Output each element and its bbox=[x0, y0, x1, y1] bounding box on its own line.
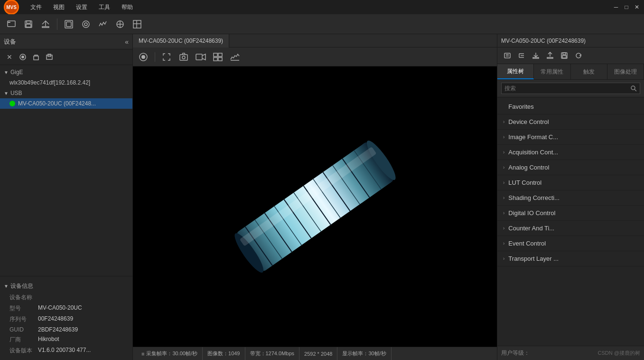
right-header-title: MV-CA050-20UC (00F24248639) bbox=[501, 38, 586, 44]
toolbar-btn7[interactable] bbox=[112, 17, 128, 32]
tab-property-tree[interactable]: 属性树 bbox=[497, 64, 534, 79]
prop-event-label: Event Control bbox=[508, 240, 546, 247]
svg-rect-59 bbox=[562, 56, 566, 58]
status-bandwidth-text: 带宽：1274.0Mbps bbox=[250, 350, 295, 357]
image-format-chevron: › bbox=[503, 134, 504, 140]
menu-help[interactable]: 帮助 bbox=[120, 2, 135, 12]
gige-arrow: ▼ bbox=[4, 70, 9, 75]
svg-rect-3 bbox=[8, 21, 15, 27]
info-label-guid: GUID bbox=[9, 326, 38, 333]
prop-digital-io[interactable]: › Digital IO Control bbox=[497, 206, 644, 221]
prop-lut-control[interactable]: › LUT Control bbox=[497, 175, 644, 190]
toolbar-btn5[interactable] bbox=[78, 17, 93, 32]
status-fps-text: 采集帧率：30.00帧/秒 bbox=[146, 350, 197, 357]
dev-collapse-btn[interactable] bbox=[30, 51, 42, 63]
image-tab[interactable]: MV-CA050-20UC (00F24248639) bbox=[133, 34, 229, 47]
tab-image-processing[interactable]: 图像处理 bbox=[607, 64, 644, 79]
minimize-button[interactable]: ─ bbox=[613, 4, 619, 10]
prop-event-control[interactable]: › Event Control bbox=[497, 236, 644, 251]
prop-shading-correction[interactable]: › Shading Correcti... bbox=[497, 190, 644, 206]
toolbar-export[interactable] bbox=[38, 17, 53, 32]
info-label-serial: 序列号 bbox=[9, 315, 38, 323]
menu-bar: 文件 视图 设置 工具 帮助 bbox=[28, 2, 135, 12]
image-canvas[interactable] bbox=[133, 66, 497, 347]
usb-group[interactable]: ▼ USB bbox=[0, 88, 132, 98]
prop-analog-control[interactable]: › Analog Control bbox=[497, 160, 644, 175]
info-row-serial: 序列号 00F24248639 bbox=[0, 314, 132, 325]
prop-device-control[interactable]: › Device Control bbox=[497, 114, 644, 130]
prop-counter-label: Counter And Ti... bbox=[508, 225, 554, 232]
capture-button[interactable] bbox=[137, 50, 150, 64]
digital-io-chevron: › bbox=[503, 210, 504, 216]
search-container[interactable] bbox=[501, 83, 640, 94]
rt-btn-export[interactable] bbox=[530, 49, 542, 62]
maximize-button[interactable]: □ bbox=[623, 4, 630, 10]
prop-counter-and-timer[interactable]: › Counter And Ti... bbox=[497, 221, 644, 236]
dev-close-btn[interactable]: ✕ bbox=[4, 51, 15, 63]
usb-label: USB bbox=[10, 90, 22, 96]
menu-tools[interactable]: 工具 bbox=[97, 2, 112, 12]
svg-point-17 bbox=[21, 56, 24, 58]
prop-image-format[interactable]: › Image Format C... bbox=[497, 130, 644, 145]
gige-group[interactable]: ▼ GigE bbox=[0, 67, 132, 77]
grid-view-button[interactable] bbox=[211, 50, 224, 64]
prop-device-control-label: Device Control bbox=[508, 118, 549, 125]
svg-rect-58 bbox=[563, 53, 566, 55]
usb-device-item[interactable]: MV-CA050-20UC (00F24248... bbox=[0, 98, 132, 109]
collapse-icon[interactable]: « bbox=[125, 38, 129, 46]
menu-settings[interactable]: 设置 bbox=[74, 2, 89, 12]
prop-transport-layer[interactable]: › Transport Layer ... bbox=[497, 251, 644, 266]
device-info-title: 设备信息 bbox=[10, 282, 33, 290]
gige-device-item[interactable]: wlx30b49ec741df[192.168.2.42] bbox=[0, 77, 132, 88]
tab-trigger[interactable]: 触发 bbox=[571, 64, 607, 79]
sidebar-collapse[interactable]: « bbox=[125, 38, 129, 46]
status-display-fps: 显示帧率：30帧/秒 bbox=[337, 347, 391, 360]
rt-btn-refresh[interactable] bbox=[572, 49, 585, 62]
toolbar-waveform[interactable] bbox=[95, 17, 111, 32]
toolbar-open[interactable] bbox=[4, 17, 19, 32]
dev-expand-btn[interactable] bbox=[44, 51, 55, 63]
menu-view[interactable]: 视图 bbox=[51, 2, 66, 12]
histogram-button[interactable] bbox=[228, 50, 242, 64]
prop-digital-io-label: Digital IO Control bbox=[508, 209, 555, 217]
search-input[interactable] bbox=[504, 85, 628, 92]
toolbar-save[interactable] bbox=[21, 17, 36, 32]
prop-acquisition-control[interactable]: › Acquisition Cont... bbox=[497, 145, 644, 160]
prop-image-format-label: Image Format C... bbox=[508, 133, 558, 141]
right-tabs: 属性树 常用属性 触发 图像处理 bbox=[497, 64, 644, 80]
rt-btn-tree[interactable] bbox=[515, 49, 528, 62]
camera-image bbox=[206, 116, 424, 297]
counter-chevron: › bbox=[503, 226, 504, 231]
dev-record-btn[interactable] bbox=[17, 51, 28, 63]
info-row-version: 设备版本 V1.6.0 200730 477... bbox=[0, 345, 132, 356]
toolbar-grid[interactable] bbox=[130, 17, 145, 32]
device-info-header[interactable]: ▼ 设备信息 bbox=[0, 280, 132, 292]
prop-transport-label: Transport Layer ... bbox=[508, 255, 559, 262]
svg-line-61 bbox=[635, 89, 636, 91]
fullscreen-button[interactable] bbox=[160, 50, 173, 64]
right-sidebar: MV-CA050-20UC (00F24248639) bbox=[497, 34, 644, 360]
video-record-button[interactable] bbox=[194, 50, 207, 64]
svg-point-11 bbox=[84, 23, 87, 26]
status-resolution: 2592 * 2048 bbox=[299, 347, 337, 360]
main-toolbar bbox=[0, 14, 644, 34]
svg-rect-26 bbox=[214, 53, 217, 57]
close-button[interactable]: ✕ bbox=[634, 4, 640, 10]
menu-file[interactable]: 文件 bbox=[28, 2, 44, 12]
prop-lut-label: LUT Control bbox=[508, 179, 541, 186]
rt-btn-save[interactable] bbox=[558, 49, 570, 62]
prop-favorites[interactable]: › Favorites bbox=[497, 99, 644, 114]
tab-common-props[interactable]: 常用属性 bbox=[534, 64, 570, 79]
snapshot-button[interactable] bbox=[177, 50, 190, 64]
right-top-toolbar bbox=[497, 47, 644, 64]
svg-text:MVS: MVS bbox=[6, 5, 17, 10]
rt-btn-import[interactable] bbox=[544, 49, 556, 62]
rt-btn-list[interactable] bbox=[501, 49, 513, 62]
info-row-name: 设备名称 bbox=[0, 292, 132, 303]
usb-arrow: ▼ bbox=[4, 91, 9, 96]
toolbar-btn4[interactable] bbox=[61, 17, 76, 32]
event-chevron: › bbox=[503, 241, 504, 246]
svg-rect-23 bbox=[180, 55, 187, 60]
svg-rect-56 bbox=[547, 57, 553, 58]
device-info-section: ▼ 设备信息 设备名称 型号 MV-CA050-20UC 序列号 00F2424… bbox=[0, 276, 132, 360]
